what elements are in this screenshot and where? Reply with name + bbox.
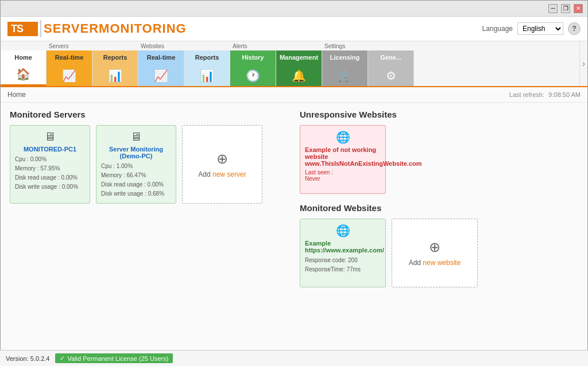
license-text: Valid Permanent License (25 Users) [67, 355, 168, 362]
disk-read-1: Disk read usage : 0.00% [15, 173, 78, 182]
servers-group-label: Servers [49, 43, 68, 49]
restore-button[interactable]: ❐ [561, 4, 570, 13]
nav-settings-licensing[interactable]: Licensing 🛒 [322, 50, 368, 86]
add-server-icon: ⊕ [216, 151, 228, 167]
logo: TSPLUS SERVERMONITORING [7, 20, 187, 37]
title-bar-buttons: ─ ❐ ✕ [548, 4, 583, 13]
cpu-2: Cpu : 1.00% [101, 162, 164, 171]
add-website-label: Add new website [409, 259, 461, 267]
last-refresh-time: 9:08:50 AM [548, 91, 581, 98]
nav-settings-general-label: Gene... [380, 54, 401, 61]
settings-group-label: Settings [324, 43, 345, 49]
status-bar: Version: 5.0.2.4 ✓ Valid Permanent Licen… [0, 350, 588, 366]
server-name-2: Server Monitoring (Demo-PC) [101, 146, 171, 159]
websites-realtime-icon: 📈 [154, 69, 168, 83]
section-right: Unresponsive Websites 🌐 Example of not w… [300, 110, 578, 345]
alerts-group-label: Alerts [233, 43, 247, 49]
last-seen-value-1: Never [305, 176, 381, 182]
nav-alerts-management[interactable]: Management 🔔 [276, 50, 322, 86]
last-refresh-label: Last refresh: [509, 91, 544, 98]
language-label: Language [482, 25, 513, 33]
general-icon: ⚙ [386, 69, 396, 83]
websites-group-label: Websites [141, 43, 164, 49]
monitored-icon-1: 🌐 [305, 224, 381, 237]
server-icon-2: 🖥 [101, 130, 171, 143]
unresponsive-websites-title: Unresponsive Websites [300, 110, 578, 119]
language-select[interactable]: English [517, 22, 563, 35]
section-left: Monitored Servers 🖥 MONITORED-PC1 Cpu : … [10, 110, 288, 345]
nav-alerts-history[interactable]: History 🕐 [230, 50, 276, 86]
nav-home-label: Home [14, 54, 32, 61]
cpu-1: Cpu : 0.00% [15, 155, 78, 164]
disk-write-2: Disk write usage : 0.68% [101, 189, 164, 198]
licensing-icon: 🛒 [338, 69, 352, 83]
last-refresh: Last refresh: 9:08:50 AM [509, 91, 581, 99]
memory-2: Memory : 66.47% [101, 171, 164, 180]
logo-ts: TSPLUS [7, 22, 38, 36]
add-server-card[interactable]: ⊕ Add new server [182, 125, 262, 204]
realtime-icon: 📈 [62, 69, 76, 83]
response-time-1: ResponseTime: 77ms [305, 265, 381, 274]
breadcrumb-text: Home [7, 91, 26, 99]
history-icon: 🕐 [246, 69, 260, 83]
home-icon: 🏠 [16, 67, 30, 81]
nav-websites-realtime-label: Real-time [147, 54, 176, 61]
main-content: Monitored Servers 🖥 MONITORED-PC1 Cpu : … [1, 103, 587, 352]
nav-websites-realtime[interactable]: Real-time 📈 [138, 50, 184, 86]
monitored-name-1: Example https://www.example.com/ [305, 240, 381, 254]
server-card-1[interactable]: 🖥 MONITORED-PC1 Cpu : 0.00% Memory : 57.… [10, 125, 90, 204]
add-server-label: Add new server [198, 170, 246, 178]
nav-settings-general[interactable]: Gene... ⚙ [368, 50, 414, 86]
add-website-card[interactable]: ⊕ Add new website [392, 219, 478, 287]
nav-home[interactable]: Home 🏠 [1, 50, 47, 86]
server-cards: 🖥 MONITORED-PC1 Cpu : 0.00% Memory : 57.… [10, 125, 288, 204]
memory-1: Memory : 57.95% [15, 164, 78, 173]
monitored-websites-title: Monitored Websites [300, 203, 578, 213]
nav-alerts-history-label: History [242, 54, 264, 61]
logo-text: SERVERMONITORING [44, 21, 187, 36]
server-stats-2: Cpu : 1.00% Memory : 66.47% Disk read us… [101, 162, 164, 198]
nav-bar: Home 🏠 Servers Real-time 📈 Reports 📊 Web… [1, 41, 587, 87]
title-bar: ─ ❐ ✕ [1, 1, 587, 17]
help-button[interactable]: ? [568, 22, 581, 35]
header: TSPLUS SERVERMONITORING Language English… [1, 17, 587, 41]
websites-reports-icon: 📊 [200, 69, 214, 83]
monitored-servers-title: Monitored Servers [10, 110, 288, 119]
nav-servers-reports-label: Reports [103, 54, 127, 61]
disk-read-2: Disk read usage : 0.00% [101, 180, 164, 189]
unresponsive-website-1[interactable]: 🌐 Example of not working website www.Thi… [300, 125, 386, 194]
server-icon-1: 🖥 [15, 130, 85, 143]
nav-settings-licensing-label: Licensing [330, 54, 359, 61]
management-icon: 🔔 [292, 69, 306, 83]
unresponsive-icon-1: 🌐 [305, 130, 381, 144]
header-right: Language English ? [482, 22, 581, 35]
last-seen-label-1: Last seen : [305, 169, 381, 176]
close-button[interactable]: ✕ [574, 4, 583, 13]
nav-scroll-right[interactable]: › [579, 41, 587, 86]
monitored-website-1[interactable]: 🌐 Example https://www.example.com/ Respo… [300, 219, 386, 287]
license-icon: ✓ [60, 355, 65, 362]
breadcrumb: Home Last refresh: 9:08:50 AM [1, 87, 587, 103]
version-text: Version: 5.0.2.4 [6, 355, 49, 362]
logo-divider [40, 20, 41, 37]
server-stats-1: Cpu : 0.00% Memory : 57.95% Disk read us… [15, 155, 78, 192]
monitored-website-cards: 🌐 Example https://www.example.com/ Respo… [300, 219, 578, 287]
server-name-1: MONITORED-PC1 [15, 146, 85, 153]
server-card-2[interactable]: 🖥 Server Monitoring (Demo-PC) Cpu : 1.00… [96, 125, 176, 204]
reports-icon: 📊 [108, 69, 122, 83]
license-badge: ✓ Valid Permanent License (25 Users) [55, 353, 173, 363]
minimize-button[interactable]: ─ [548, 4, 558, 13]
nav-servers-reports[interactable]: Reports 📊 [92, 50, 138, 86]
nav-websites-reports[interactable]: Reports 📊 [184, 50, 230, 86]
response-code-1: Response code: 200 [305, 256, 381, 265]
unresponsive-website-cards: 🌐 Example of not working website www.Thi… [300, 125, 578, 194]
add-website-icon: ⊕ [429, 239, 440, 255]
unresponsive-name-1: Example of not working website www.ThisI… [305, 146, 381, 167]
disk-write-1: Disk write usage : 0.00% [15, 182, 78, 192]
nav-servers-realtime-label: Real-time [55, 54, 84, 61]
unresponsive-last-seen-1: Last seen : Never [305, 169, 381, 182]
nav-websites-reports-label: Reports [195, 54, 219, 61]
nav-alerts-management-label: Management [280, 54, 318, 61]
nav-servers-realtime[interactable]: Real-time 📈 [47, 50, 92, 86]
monitored-stats-1: Response code: 200 ResponseTime: 77ms [305, 256, 381, 274]
